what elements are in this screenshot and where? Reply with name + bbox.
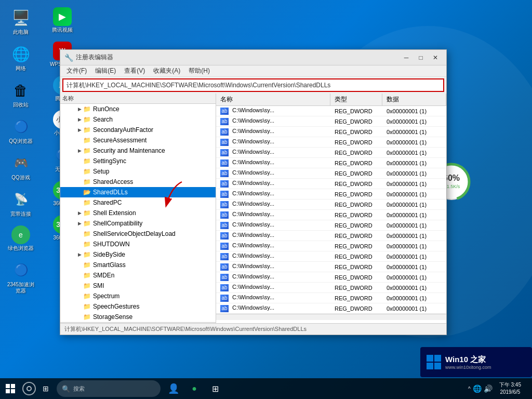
tree-item-shellcompat[interactable]: ▶ 📁 ShellCompatibility	[60, 218, 216, 229]
value-row[interactable]: ab C:\Windows\sy... REG_DWORD 0x00000001…	[216, 200, 446, 210]
value-row[interactable]: ab C:\Windows\sy... REG_DWORD 0x00000001…	[216, 210, 446, 220]
value-row[interactable]: ab C:\Windows\sy... REG_DWORD 0x00000001…	[216, 127, 446, 137]
expand-security[interactable]: ▶	[76, 148, 83, 153]
desktop-icon-qqbrowser[interactable]: 🔵 QQ浏览器	[3, 114, 39, 147]
tree-item-secondary[interactable]: ▶ 📁 SecondaryAuthFactor	[60, 125, 216, 135]
taskview-button[interactable]: ⊞	[37, 380, 54, 397]
value-row[interactable]: ab C:\Windows\sy... REG_DWORD 0x00000001…	[216, 179, 446, 189]
tree-item-settingsync[interactable]: 📁 SettingSync	[60, 156, 216, 166]
tree-item-sharedpc[interactable]: 📁 SharedPC	[60, 197, 216, 208]
search-icon: 🔍	[62, 385, 70, 393]
cortana-button[interactable]	[22, 382, 36, 395]
value-type: REG_DWORD	[330, 190, 382, 198]
expand-secondary[interactable]: ▶	[76, 127, 83, 132]
values-hscroll[interactable]	[216, 314, 446, 320]
expand-shellcompat[interactable]: ▶	[76, 221, 83, 226]
address-bar[interactable]: 计算机\HKEY_LOCAL_MACHINE\SOFTWARE\Microsof…	[62, 78, 444, 92]
taskbar-search[interactable]: 🔍 搜索	[57, 380, 161, 397]
value-row[interactable]: ab C:\Windows\sy... REG_DWORD 0x00000001…	[216, 251, 446, 262]
folder-icon-spectrum: 📁	[83, 292, 91, 300]
value-row[interactable]: ab C:\Windows\sy... REG_DWORD 0x00000001…	[216, 283, 446, 293]
value-row[interactable]: ab C:\Windows\sy... REG_DWORD 0x00000001…	[216, 293, 446, 303]
taskbar-clock[interactable]: 下午 3:45 2019/6/5	[499, 381, 521, 396]
value-row[interactable]: ab C:\Windows\sy... REG_DWORD 0x00000001…	[216, 137, 446, 148]
menubar: 文件(F) 编辑(E) 查看(V) 收藏夹(A) 帮助(H)	[60, 65, 446, 77]
tray-speaker[interactable]: 🔊	[484, 384, 493, 393]
tree-item-sidebyside[interactable]: ▶ 📁 SideBySide	[60, 249, 216, 260]
desktop-icon-broadband[interactable]: 📡 宽带连接	[3, 187, 39, 219]
maximize-button[interactable]: □	[414, 52, 428, 63]
desktop-icon-2345[interactable]: 🔵 2345加速浏览器	[3, 258, 39, 296]
expand-sidebyside[interactable]: ▶	[76, 252, 83, 257]
tree-item-storage[interactable]: 📁 StorageSense	[60, 312, 216, 322]
value-type: REG_DWORD	[330, 138, 382, 147]
menu-edit[interactable]: 编辑(E)	[91, 65, 120, 76]
value-row[interactable]: ab C:\Windows\sy... REG_DWORD 0x00000001…	[216, 158, 446, 168]
values-panel[interactable]: 名称 类型 数据 ab C:\Windows\sy... REG_DWORD 0…	[216, 94, 446, 323]
value-row[interactable]: ab C:\Windows\sy... REG_DWORD 0x00000001…	[216, 262, 446, 272]
value-row[interactable]: ab C:\Windows\sy... REG_DWORD 0x00000001…	[216, 220, 446, 231]
tree-item-smi[interactable]: 📁 SMI	[60, 281, 216, 291]
value-name-text: C:\Windows\sy...	[232, 284, 274, 290]
tree-item-smartglass[interactable]: 📁 SmartGlass	[60, 260, 216, 270]
value-type: REG_DWORD	[330, 149, 382, 157]
menu-view[interactable]: 查看(V)	[120, 65, 149, 76]
tree-label-shutdown: SHUTDOWN	[93, 241, 130, 248]
desktop-icon-network[interactable]: 🌐 网络	[3, 42, 39, 74]
desktop-icon-tencent-video[interactable]: ▶ 腾讯视频	[44, 5, 81, 35]
tree-item-secureassess[interactable]: 📁 SecureAssessment	[60, 135, 216, 145]
tree-item-shellext[interactable]: ▶ 📁 Shell Extension	[60, 208, 216, 218]
col-header-data[interactable]: 数据	[382, 94, 446, 105]
value-row[interactable]: ab C:\Windows\sy... REG_DWORD 0x00000001…	[216, 303, 446, 314]
value-row[interactable]: ab C:\Windows\sy... REG_DWORD 0x00000001…	[216, 106, 446, 116]
col-header-name[interactable]: 名称	[216, 94, 330, 105]
value-data: 0x00000001 (1)	[382, 252, 446, 261]
tray-network[interactable]: 🌐	[473, 384, 482, 393]
tree-item-runonce[interactable]: ▶ 📁 RunOnce	[60, 104, 216, 114]
value-row[interactable]: ab C:\Windows\sy... REG_DWORD 0x00000001…	[216, 272, 446, 283]
tree-item-speech[interactable]: 📁 SpeechGestures	[60, 301, 216, 312]
tree-item-search[interactable]: ▶ 📁 Search	[60, 114, 216, 125]
tree-item-shellservice[interactable]: 📁 ShellServiceObjectDelayLoad	[60, 229, 216, 239]
close-button[interactable]: ✕	[429, 52, 442, 63]
col-header-type[interactable]: 类型	[330, 94, 382, 105]
tree-item-spectrum[interactable]: 📁 Spectrum	[60, 291, 216, 301]
value-row[interactable]: ab C:\Windows\sy... REG_DWORD 0x00000001…	[216, 189, 446, 200]
taskbar-app-green[interactable]: ●	[184, 378, 205, 399]
desktop-icon-computer[interactable]: 🖥️ 此电脑	[3, 5, 39, 37]
tree-item-shareddlls[interactable]: 📂 SharedDLLs	[60, 187, 216, 197]
value-name-text: C:\Windows\sy...	[232, 190, 274, 196]
desktop-icon-recycle[interactable]: 🗑 回收站	[3, 78, 39, 110]
folder-icon-sharedpc: 📁	[83, 199, 91, 206]
menu-help[interactable]: 帮助(H)	[184, 65, 214, 76]
start-button[interactable]	[0, 378, 21, 399]
value-row[interactable]: ab C:\Windows\sy... REG_DWORD 0x00000001…	[216, 148, 446, 158]
expand-shellext[interactable]: ▶	[76, 210, 83, 216]
taskbar-app-grid[interactable]: ⊞	[205, 378, 225, 399]
tree-item-shutdown[interactable]: 📁 SHUTDOWN	[60, 239, 216, 249]
tray-chevron[interactable]: ^	[468, 386, 471, 392]
tree-item-security[interactable]: ▶ 📁 Security and Maintenance	[60, 145, 216, 156]
value-row[interactable]: ab C:\Windows\sy... REG_DWORD 0x00000001…	[216, 231, 446, 241]
taskbar-app-person[interactable]: 👤	[163, 378, 184, 399]
reg-dword-icon: ab	[220, 159, 229, 167]
tree-hscroll[interactable]	[60, 322, 216, 323]
tree-item-smden[interactable]: 📁 SMDEn	[60, 270, 216, 281]
value-row[interactable]: ab C:\Windows\sy... REG_DWORD 0x00000001…	[216, 168, 446, 179]
value-type: REG_DWORD	[330, 252, 382, 261]
expand-search[interactable]: ▶	[76, 117, 83, 122]
value-type: REG_DWORD	[330, 201, 382, 209]
desktop-icon-greenbrowser[interactable]: e 绿色浏览器	[3, 223, 39, 254]
menu-file[interactable]: 文件(F)	[62, 65, 91, 76]
value-row[interactable]: ab C:\Windows\sy... REG_DWORD 0x00000001…	[216, 116, 446, 127]
tree-label-spectrum: Spectrum	[93, 292, 119, 300]
reg-dword-icon: ab	[220, 191, 229, 198]
desktop-icon-qqgame[interactable]: 🎮 QQ游戏	[3, 151, 39, 183]
menu-favorites[interactable]: 收藏夹(A)	[149, 65, 184, 76]
expand-runonce[interactable]: ▶	[76, 107, 83, 112]
minimize-button[interactable]: ─	[400, 52, 413, 63]
tree-panel[interactable]: 名称 ▶ 📁 RunOnce ▶ 📁 Search ▶ 📁 SecondaryA…	[60, 94, 216, 323]
tree-item-setup[interactable]: 📁 Setup	[60, 166, 216, 177]
tree-item-sharedaccess[interactable]: 📁 SharedAccess	[60, 177, 216, 187]
value-row[interactable]: ab C:\Windows\sy... REG_DWORD 0x00000001…	[216, 241, 446, 251]
